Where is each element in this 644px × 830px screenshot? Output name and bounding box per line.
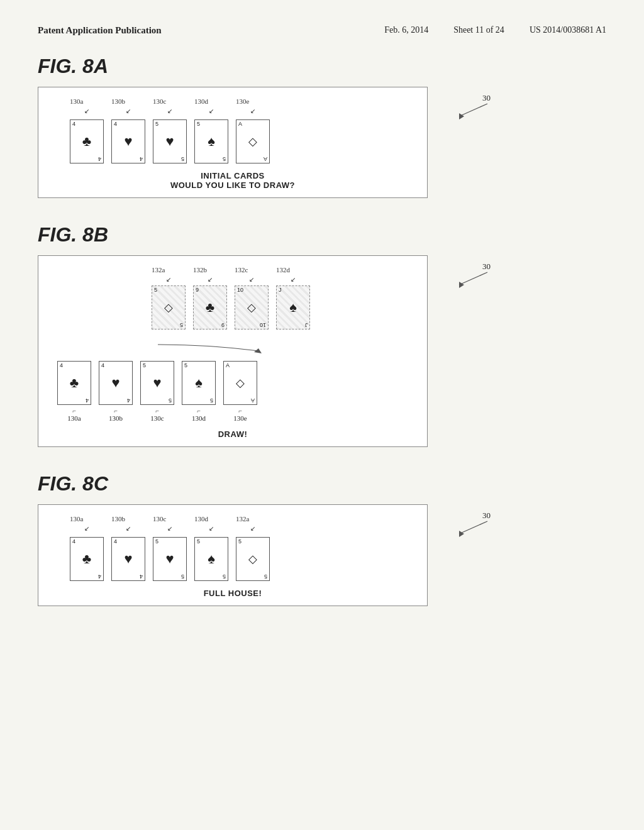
fig8b-caption: DRAW!	[51, 429, 414, 439]
fig-8a-box: 130a 130b 130c 130d 130e	[38, 87, 428, 198]
fig8c-caption: FULL HOUSE!	[51, 589, 414, 598]
fig8b-hand-cards: 4 ♣ 4 4 ♥ 4 5 ♥ 5 5	[57, 361, 414, 405]
fig-8a-section: FIG. 8A 30 130a 130b	[38, 55, 606, 198]
card-130b-8c: 4 ♥ 4	[111, 537, 145, 581]
header-sheet: Sheet 11 of 24	[453, 25, 504, 35]
label-130d-8c: 130d	[194, 515, 228, 523]
label-132a-8c: 132a	[236, 515, 270, 523]
fig-8c-box: 130a 130b 130c 130d 132a ↙ ↙ ↙ ↙ ↙	[38, 504, 428, 606]
header-date: Feb. 6, 2014	[384, 25, 428, 35]
fig8b-hand-bottom-labels: ⌐ 130a ⌐ 130b ⌐ 130c ⌐ 130d	[57, 407, 414, 422]
fig8c-labels: 130a 130b 130c 130d 132a	[70, 515, 414, 524]
fig-8b-box: 132a 132b 132c 132d ↙ ↙ ↙ ↙ 5 ◇	[38, 255, 428, 447]
label-132b-8b: 132b	[193, 266, 227, 274]
fig8a-cards: 4 ♣ 4 4 ♥ 4 5 ♥ 5 5	[70, 119, 414, 163]
fig-8b-section: FIG. 8B 30 132a 132b 132c 132d	[38, 223, 606, 447]
label-130a-8a: 130a	[70, 97, 104, 105]
fig8a-caption: INITIAL CARDS WOULD YOU LIKE TO DRAW?	[51, 171, 414, 190]
label-130d-8a: 130d	[194, 97, 228, 105]
fig8b-ref: 30	[453, 262, 491, 288]
draw-card-132c: 10 ◇ 10	[235, 285, 269, 329]
fig8b-draw-arrows: ↙ ↙ ↙ ↙	[152, 276, 414, 283]
card-130a-8c: 4 ♣ 4	[70, 537, 104, 581]
hand-card-130e-8b: A ◇ A	[223, 361, 257, 405]
page-header: Patent Application Publication Feb. 6, 2…	[38, 25, 606, 36]
header-title: Patent Application Publication	[38, 25, 162, 36]
svg-marker-4	[254, 348, 262, 353]
fig-8c-title: FIG. 8C	[38, 472, 606, 495]
svg-line-0	[459, 104, 487, 116]
blabel-130b: ⌐ 130b	[99, 407, 133, 422]
blabel-130e: ⌐ 130e	[223, 407, 257, 422]
label-130c-8c: 130c	[153, 515, 187, 523]
label-130b-8a: 130b	[111, 97, 145, 105]
fig8c-ref: 30	[453, 511, 491, 537]
card-130a-8a: 4 ♣ 4	[70, 119, 104, 163]
svg-line-2	[459, 272, 487, 285]
header-meta: Feb. 6, 2014 Sheet 11 of 24 US 2014/0038…	[384, 25, 606, 35]
blabel-130d: ⌐ 130d	[182, 407, 216, 422]
blabel-130c: ⌐ 130c	[140, 407, 174, 422]
svg-line-5	[459, 521, 487, 534]
fig8b-draw-labels: 132a 132b 132c 132d	[152, 266, 414, 275]
fig8a-arrows: ↙ ↙ ↙ ↙ ↙	[70, 108, 414, 114]
card-130c-8a: 5 ♥ 5	[153, 119, 187, 163]
page: Patent Application Publication Feb. 6, 2…	[0, 0, 644, 830]
label-130e-8a: 130e	[236, 97, 270, 105]
card-130c-8c: 5 ♥ 5	[153, 537, 187, 581]
hand-card-130b-8b: 4 ♥ 4	[99, 361, 133, 405]
hand-card-130d-8b: 5 ♠ 5	[182, 361, 216, 405]
draw-card-132b: 9 ♣ 9	[193, 285, 227, 329]
fig8c-cards: 4 ♣ 4 4 ♥ 4 5 ♥ 5 5	[70, 537, 414, 581]
fig8a-ref: 30	[453, 93, 491, 119]
card-130d-8c: 5 ♠ 5	[194, 537, 228, 581]
card-130d-8a: 5 ♠ 5	[194, 119, 228, 163]
fig8c-arrows: ↙ ↙ ↙ ↙ ↙	[70, 525, 414, 532]
header-patent: US 2014/0038681 A1	[530, 25, 606, 35]
label-132c-8b: 132c	[235, 266, 269, 274]
label-130a-8c: 130a	[70, 515, 104, 523]
label-132a-8b: 132a	[152, 266, 186, 274]
hand-card-130c-8b: 5 ♥ 5	[140, 361, 174, 405]
draw-card-132d: J ♠ J	[276, 285, 310, 329]
fig8a-labels: 130a 130b 130c 130d 130e	[70, 97, 414, 106]
hand-card-130a-8b: 4 ♣ 4	[57, 361, 91, 405]
fig-8c-section: FIG. 8C 30 130a 130b 130c 130d 132a	[38, 472, 606, 606]
label-132d-8b: 132d	[276, 266, 310, 274]
card-130e-8a: A ◇ A	[236, 119, 270, 163]
fig-8a-title: FIG. 8A	[38, 55, 606, 78]
fig-8b-title: FIG. 8B	[38, 223, 606, 246]
label-130c-8a: 130c	[153, 97, 187, 105]
card-132a-8c: 5 ◇ 5	[236, 537, 270, 581]
label-130b-8c: 130b	[111, 515, 145, 523]
draw-card-132a: 5 ◇ 5	[152, 285, 186, 329]
card-130b-8a: 4 ♥ 4	[111, 119, 145, 163]
blabel-130a: ⌐ 130a	[57, 407, 91, 422]
fig8b-draw-cards: 5 ◇ 5 9 ♣ 9 10 ◇ 10 J	[152, 285, 414, 329]
fig8b-arrow	[152, 340, 414, 357]
